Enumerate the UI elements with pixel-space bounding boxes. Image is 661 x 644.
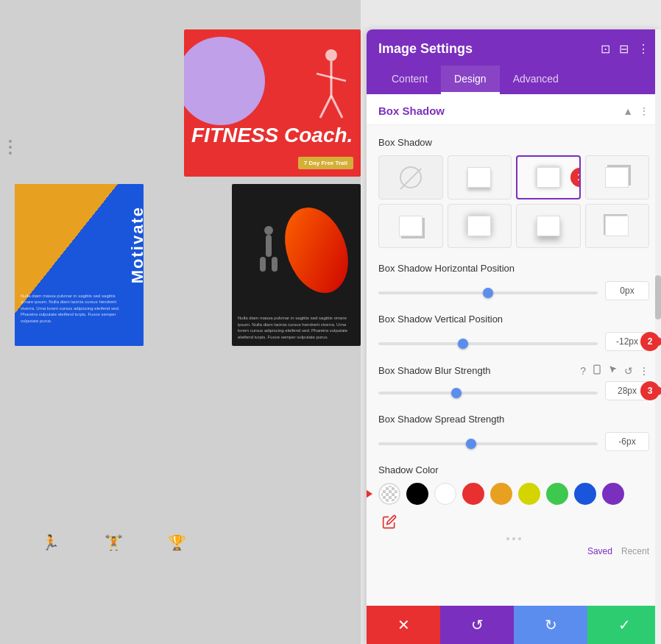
svg-rect-7 [260, 257, 266, 272]
expand-icon[interactable]: ⊡ [601, 42, 610, 56]
dots-row [378, 537, 649, 540]
motivate-image: Motivate Nulla diam massa pulvinar in sa… [15, 184, 144, 346]
dot-1 [9, 140, 12, 143]
horizontal-slider[interactable] [378, 291, 598, 294]
shadow-preview-7 [605, 216, 629, 236]
spread-value-input[interactable]: -6px [605, 432, 649, 451]
section-header: Box Shadow ▲ ⋮ [367, 94, 661, 125]
scrollbar-thumb[interactable] [655, 275, 661, 319]
color-picker-icon[interactable] [378, 511, 400, 533]
vertical-slider-container [378, 335, 598, 348]
dot-nav-3 [518, 537, 521, 540]
panel-header-top: Image Settings ⊡ ⊟ ⋮ [378, 41, 649, 57]
blur-toolbar: Box Shadow Blur Strength ? ↺ [378, 364, 649, 377]
shadow-option-bottom-lg[interactable] [516, 204, 581, 248]
badge-text: 7 Day Free Trail [298, 157, 353, 169]
step-2-number: 2 [648, 336, 653, 347]
svg-line-3 [320, 96, 331, 118]
layout-icon[interactable]: ⊟ [619, 42, 629, 56]
dot-nav-2 [512, 537, 515, 540]
blur-slider[interactable] [378, 392, 598, 394]
saved-label[interactable]: Saved [587, 546, 612, 556]
shadow-preview-6 [537, 216, 560, 236]
panel-body: Box Shadow ▲ ⋮ Box Shadow [367, 94, 661, 606]
shadow-preview-4 [399, 216, 423, 236]
shadow-preview-5 [467, 216, 491, 236]
vertical-label: Box Shadow Vertical Position [378, 314, 649, 325]
tab-advanced[interactable]: Advanced [500, 66, 572, 94]
recent-label[interactable]: Recent [621, 546, 649, 556]
confirm-button[interactable]: ✓ [587, 606, 661, 644]
section-actions: ▲ ⋮ [623, 105, 649, 117]
shadow-option-none[interactable] [378, 155, 443, 199]
dot-nav-1 [506, 537, 509, 540]
undo-icon[interactable]: ↺ [624, 365, 633, 377]
collapse-icon[interactable]: ▲ [623, 105, 633, 117]
redo-button[interactable]: ↻ [514, 606, 587, 644]
svg-rect-8 [272, 257, 278, 272]
color-label: Shadow Color [378, 464, 649, 475]
fitness-image: FITNESS Coach. 7 Day Free Trail [184, 29, 361, 177]
vertical-slider[interactable] [378, 342, 598, 345]
figure-placeholder [247, 221, 291, 280]
header-icons: ⊡ ⊟ ⋮ [601, 42, 649, 56]
shadow-option-bottom-center[interactable] [448, 155, 512, 199]
svg-point-0 [325, 49, 337, 61]
color-transparent[interactable] [378, 483, 400, 505]
color-white[interactable] [434, 483, 456, 505]
horizontal-slider-container [378, 284, 598, 297]
tab-content[interactable]: Content [378, 66, 441, 94]
color-yellow[interactable] [518, 483, 540, 505]
horizontal-value-input[interactable]: 0px [605, 281, 649, 300]
reset-button[interactable]: ↺ [440, 606, 514, 644]
shadow-option-bottom-right[interactable] [378, 204, 443, 248]
section-menu-icon[interactable]: ⋮ [639, 105, 649, 117]
more-icon[interactable]: ⋮ [639, 365, 649, 377]
color-purple[interactable] [602, 483, 624, 505]
blur-label: Box Shadow Blur Strength [378, 365, 573, 376]
color-black[interactable] [406, 483, 428, 505]
canvas-area: FITNESS Coach. 7 Day Free Trail Motivate… [0, 0, 361, 644]
color-blue[interactable] [574, 483, 596, 505]
cursor-icon[interactable] [608, 364, 618, 377]
vertical-slider-row: 2 -12px [378, 332, 649, 351]
help-icon[interactable]: ? [580, 365, 586, 377]
box-shadow-label: Box Shadow [378, 137, 649, 148]
bottom-icons-row: 🏃 🏋️ 🏆 [37, 529, 190, 556]
shadow-option-active[interactable]: 1 [516, 155, 581, 199]
dark-image: Nulla diam massa pulvinar in sagittis se… [232, 184, 361, 346]
svg-line-4 [331, 96, 342, 118]
workout-icon: 🏋️ [100, 529, 127, 556]
svg-point-5 [264, 226, 273, 235]
shadow-preview-2 [537, 167, 560, 188]
color-swatches: 4 [378, 483, 649, 533]
dot-2 [9, 146, 12, 149]
color-green[interactable] [546, 483, 568, 505]
shadow-grid: 1 [378, 155, 649, 248]
panel-header: Image Settings ⊡ ⊟ ⋮ Content Design Adva… [367, 29, 661, 94]
spread-slider[interactable] [378, 442, 598, 445]
menu-icon[interactable]: ⋮ [637, 42, 649, 56]
motivate-text: Motivate [128, 206, 144, 283]
device-icon[interactable] [592, 364, 602, 377]
action-bar: ✕ ↺ ↻ ✓ [367, 606, 661, 644]
checker-container: 4 [378, 483, 400, 505]
shadow-option-top-left[interactable] [585, 204, 650, 248]
circle-decoration [184, 37, 265, 125]
color-orange[interactable] [490, 483, 512, 505]
no-shadow-icon [400, 166, 422, 188]
trophy-icon: 🏆 [163, 529, 190, 556]
shadow-option-top-right[interactable] [585, 155, 650, 199]
tab-design[interactable]: Design [441, 66, 500, 94]
dark-caption: Nulla diam massa pulvinar in sagittis se… [238, 315, 355, 340]
dot-3 [9, 152, 12, 155]
shadow-option-all-lg[interactable] [448, 204, 512, 248]
spread-slider-row: -6px [378, 432, 649, 451]
step-3-number: 3 [648, 386, 653, 396]
right-panel: Image Settings ⊡ ⊟ ⋮ Content Design Adva… [367, 29, 661, 644]
color-red[interactable] [462, 483, 484, 505]
spread-label: Box Shadow Spread Strength [378, 414, 649, 425]
run-icon: 🏃 [37, 529, 63, 556]
cancel-button[interactable]: ✕ [367, 606, 440, 644]
panel-tabs: Content Design Advanced [378, 66, 649, 94]
